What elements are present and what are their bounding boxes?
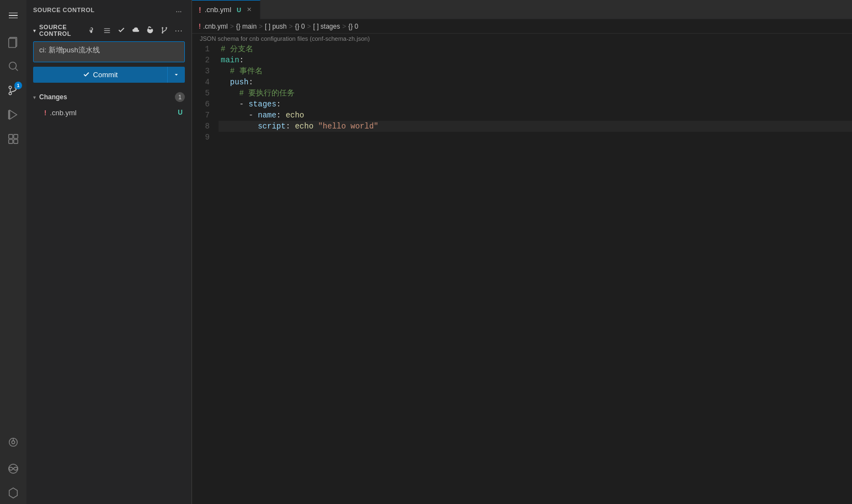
line-number-7: 7 <box>192 110 219 121</box>
code-line-4: 4 push: <box>192 77 852 88</box>
breadcrumb-0b[interactable]: {} 0 <box>348 23 358 30</box>
explorer-icon[interactable] <box>2 31 24 53</box>
svg-point-2 <box>9 62 17 69</box>
svg-point-20 <box>166 27 167 29</box>
code-line-2: 2 main: <box>192 55 852 66</box>
breadcrumb-sep2: > <box>259 23 263 30</box>
line-number-3: 3 <box>192 66 219 77</box>
line-content-8: script: echo "hello world" <box>219 121 852 132</box>
svg-marker-8 <box>10 110 17 120</box>
file-item-cnb-yml[interactable]: ! .cnb.yml ⧉ ↺ + U <box>33 105 185 120</box>
svg-rect-1 <box>9 39 16 48</box>
svg-point-6 <box>9 92 12 95</box>
svg-rect-11 <box>14 135 18 138</box>
code-line-5: 5 # 要执行的任务 <box>192 88 852 99</box>
line-number-2: 2 <box>192 55 219 66</box>
source-control-icon[interactable]: 1 <box>2 79 24 101</box>
sc-section-header: ▾ SOURCE CONTROL <box>33 24 185 37</box>
extensions-icon[interactable] <box>2 128 24 150</box>
breadcrumb-sep4: > <box>307 23 311 30</box>
editor-content[interactable]: 1 # 分支名 2 main: 3 # 事件名 4 push: 5 # <box>192 44 852 504</box>
sidebar-header: SOURCE CONTROL ... <box>26 0 191 19</box>
tab-modified-indicator: U <box>237 7 241 13</box>
line-content-3: # 事件名 <box>219 66 852 77</box>
line-content-7: - name: echo <box>219 110 852 121</box>
sidebar: SOURCE CONTROL ... ▾ SOURCE CONTROL <box>26 0 192 504</box>
changes-count-badge: 1 <box>175 92 185 102</box>
search-icon[interactable] <box>2 55 24 77</box>
editor-subtitle: JSON schema for cnb configuration files … <box>192 34 852 44</box>
svg-point-15 <box>12 441 15 444</box>
sc-more-button[interactable]: ··· <box>173 24 185 36</box>
sidebar-title: SOURCE CONTROL <box>33 7 95 13</box>
commit-dropdown-button[interactable] <box>167 67 185 83</box>
svg-point-4 <box>9 86 12 89</box>
changes-section: ▾ Changes 1 ! .cnb.yml ⧉ ↺ + U <box>26 87 191 122</box>
file-status-label: U <box>178 109 183 116</box>
stage-file-icon[interactable]: + <box>160 106 172 119</box>
commit-check-icon <box>83 71 90 78</box>
sc-toolbar-actions: ··· <box>87 24 185 36</box>
svg-rect-10 <box>9 135 13 138</box>
breadcrumb-0a[interactable]: {} 0 <box>295 23 305 30</box>
svg-marker-18 <box>9 488 18 498</box>
tab-close-button[interactable]: ✕ <box>244 6 253 14</box>
breadcrumb-sep3: > <box>289 23 292 30</box>
tab-error-icon: ! <box>199 6 201 14</box>
git-graph-icon[interactable] <box>2 431 24 453</box>
chevron-down-icon <box>173 72 179 78</box>
fork-icon[interactable] <box>158 24 171 36</box>
line-number-4: 4 <box>192 77 219 88</box>
breadcrumb-main[interactable]: {} main <box>236 23 257 30</box>
file-name-label: .cnb.yml <box>50 109 130 117</box>
sidebar-header-actions: ... <box>173 4 185 16</box>
commit-main-button[interactable]: Commit <box>33 67 167 83</box>
line-number-8: 8 <box>192 121 219 132</box>
breadcrumb-filename[interactable]: .cnb.yml <box>203 23 228 30</box>
code-lines: 1 # 分支名 2 main: 3 # 事件名 4 push: 5 # <box>192 44 852 143</box>
commit-button-row: Commit <box>33 67 185 83</box>
line-content-9 <box>219 132 852 143</box>
editor-area: ! .cnb.yml U ✕ ! .cnb.yml > {} main > [ … <box>192 0 852 504</box>
breadcrumb: ! .cnb.yml > {} main > [ ] push > {} 0 >… <box>192 19 852 34</box>
line-number-5: 5 <box>192 88 219 99</box>
commit-message-input[interactable]: ci: 新增push流水线 <box>33 41 185 62</box>
breadcrumb-stages[interactable]: [ ] stages <box>313 23 340 30</box>
source-control-badge: 1 <box>14 82 22 89</box>
branch-icon[interactable] <box>87 24 99 36</box>
line-content-1: # 分支名 <box>219 44 852 55</box>
tab-filename: .cnb.yml <box>205 6 231 14</box>
svg-rect-12 <box>9 140 13 143</box>
code-line-3: 3 # 事件名 <box>192 66 852 77</box>
open-file-icon[interactable]: ⧉ <box>134 106 146 119</box>
tab-cnb-yml[interactable]: ! .cnb.yml U ✕ <box>192 0 260 19</box>
activity-bar: 1 <box>0 0 26 504</box>
line-content-5: # 要执行的任务 <box>219 88 852 99</box>
cloud-icon[interactable] <box>130 24 142 36</box>
discard-changes-icon[interactable]: ↺ <box>147 106 159 119</box>
refresh-icon[interactable] <box>144 24 156 36</box>
code-line-9: 9 <box>192 132 852 143</box>
code-line-7: 7 - name: echo <box>192 110 852 121</box>
breadcrumb-push[interactable]: [ ] push <box>265 23 286 30</box>
changes-header[interactable]: ▾ Changes 1 <box>33 89 185 105</box>
line-content-4: push: <box>219 77 852 88</box>
breadcrumb-error-icon: ! <box>199 23 201 30</box>
file-error-icon: ! <box>44 109 46 117</box>
run-debug-icon[interactable] <box>2 104 24 126</box>
more-actions-button[interactable]: ... <box>173 4 185 16</box>
line-number-9: 9 <box>192 132 219 143</box>
remote-icon[interactable] <box>2 458 24 480</box>
line-number-6: 6 <box>192 99 219 110</box>
check-icon[interactable] <box>115 24 127 36</box>
list-icon[interactable] <box>101 24 113 36</box>
tab-bar: ! .cnb.yml U ✕ <box>192 0 852 19</box>
hamburger-menu-button[interactable] <box>2 4 24 26</box>
line-content-2: main: <box>219 55 852 66</box>
code-line-8: 8 script: echo "hello world" <box>192 121 852 132</box>
source-control-section: ▾ SOURCE CONTROL <box>26 19 191 87</box>
hexo-icon[interactable] <box>2 482 24 504</box>
collapse-arrow-icon[interactable]: ▾ <box>33 28 36 34</box>
line-number-1: 1 <box>192 44 219 55</box>
line-content-6: - stages: <box>219 99 852 110</box>
